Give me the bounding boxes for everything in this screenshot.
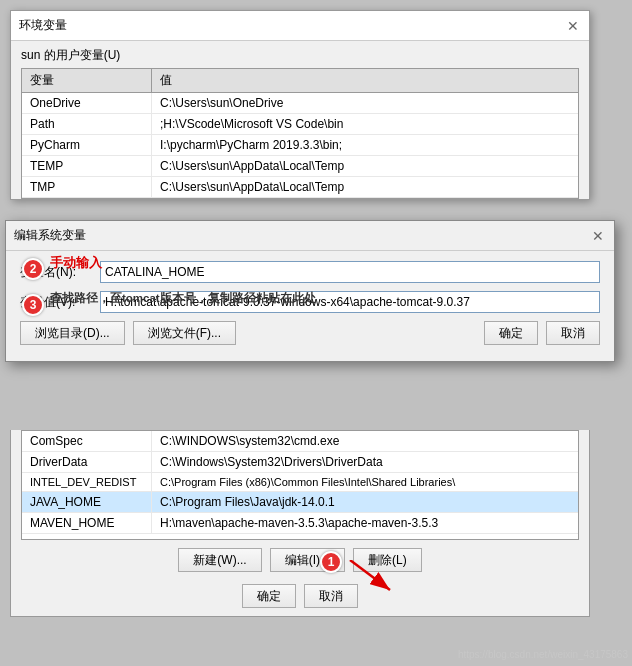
user-row-path[interactable]: Path ;H:\VScode\Microsoft VS Code\bin bbox=[22, 114, 578, 135]
sys-row-maven-var: MAVEN_HOME bbox=[22, 513, 152, 533]
browse-dir-button[interactable]: 浏览目录(D)... bbox=[20, 321, 125, 345]
watermark: https://blog.csdn.net/weixin_43175863 bbox=[458, 649, 628, 660]
env-window-title: 环境变量 bbox=[19, 17, 67, 34]
sys-row-java-home[interactable]: JAVA_HOME C:\Program Files\Java\jdk-14.0… bbox=[22, 492, 578, 513]
user-row-path-val: ;H:\VScode\Microsoft VS Code\bin bbox=[152, 114, 578, 134]
close-icon[interactable]: ✕ bbox=[565, 18, 581, 34]
annotation-step1-circle: 1 bbox=[320, 551, 342, 573]
var-name-row: 变量名(N): bbox=[20, 261, 600, 283]
env-ok-button[interactable]: 确定 bbox=[242, 584, 296, 608]
sys-row-maven[interactable]: MAVEN_HOME H:\maven\apache-maven-3.5.3\a… bbox=[22, 513, 578, 534]
table-header-row: 变量 值 bbox=[22, 69, 578, 93]
user-row-onedrive-var: OneDrive bbox=[22, 93, 152, 113]
user-row-temp-val: C:\Users\sun\AppData\Local\Temp bbox=[152, 156, 578, 176]
sys-row-intel[interactable]: INTEL_DEV_REDIST C:\Program Files (x86)\… bbox=[22, 473, 578, 492]
sys-row-driverdata-val: C:\Windows\System32\Drivers\DriverData bbox=[152, 452, 578, 472]
user-vars-table: 变量 值 OneDrive C:\Users\sun\OneDrive Path… bbox=[21, 68, 579, 199]
user-row-tmp[interactable]: TMP C:\Users\sun\AppData\Local\Temp bbox=[22, 177, 578, 198]
sys-row-intel-var: INTEL_DEV_REDIST bbox=[22, 473, 152, 491]
edit-dialog-close-icon[interactable]: ✕ bbox=[590, 228, 606, 244]
sys-row-comspec[interactable]: ComSpec C:\WINDOWS\system32\cmd.exe bbox=[22, 431, 578, 452]
new-sys-var-button[interactable]: 新建(W)... bbox=[178, 548, 261, 572]
sys-row-java-home-val: C:\Program Files\Java\jdk-14.0.1 bbox=[152, 492, 578, 512]
env-variables-window: 环境变量 ✕ sun 的用户变量(U) 变量 值 OneDrive C:\Use… bbox=[10, 10, 590, 200]
sys-row-java-home-var: JAVA_HOME bbox=[22, 492, 152, 512]
user-row-temp[interactable]: TEMP C:\Users\sun\AppData\Local\Temp bbox=[22, 156, 578, 177]
arrow-svg bbox=[340, 560, 400, 600]
browse-file-button[interactable]: 浏览文件(F)... bbox=[133, 321, 236, 345]
annotation-manual-input-label: 手动输入 bbox=[50, 254, 102, 272]
user-row-onedrive-val: C:\Users\sun\OneDrive bbox=[152, 93, 578, 113]
svg-line-1 bbox=[350, 560, 390, 590]
sys-row-driverdata[interactable]: DriverData C:\Windows\System32\Drivers\D… bbox=[22, 452, 578, 473]
annotation-find-path-label: 查找路径，至tomcat版本号，复制路径粘贴在此处 bbox=[50, 291, 316, 306]
dialog-action-buttons: 浏览目录(D)... 浏览文件(F)... 确定 取消 bbox=[20, 321, 600, 345]
edit-dialog-cancel-button[interactable]: 取消 bbox=[546, 321, 600, 345]
annotation-step3-circle: 3 bbox=[22, 294, 44, 316]
user-row-tmp-val: C:\Users\sun\AppData\Local\Temp bbox=[152, 177, 578, 197]
user-row-pycharm[interactable]: PyCharm I:\pycharm\PyCharm 2019.3.3\bin; bbox=[22, 135, 578, 156]
env-window-bottom-buttons: 确定 取消 bbox=[11, 580, 589, 616]
env-window-titlebar: 环境变量 ✕ bbox=[11, 11, 589, 41]
col-header-var: 变量 bbox=[22, 69, 152, 92]
user-row-temp-var: TEMP bbox=[22, 156, 152, 176]
edit-dialog-title: 编辑系统变量 bbox=[14, 227, 86, 244]
user-row-pycharm-val: I:\pycharm\PyCharm 2019.3.3\bin; bbox=[152, 135, 578, 155]
sys-row-comspec-var: ComSpec bbox=[22, 431, 152, 451]
user-row-path-var: Path bbox=[22, 114, 152, 134]
sys-row-driverdata-var: DriverData bbox=[22, 452, 152, 472]
edit-dialog-titlebar: 编辑系统变量 ✕ bbox=[6, 221, 614, 251]
var-name-input[interactable] bbox=[100, 261, 600, 283]
sys-vars-table: ComSpec C:\WINDOWS\system32\cmd.exe Driv… bbox=[21, 430, 579, 540]
sys-bottom-buttons: 新建(W)... 编辑(I)... 删除(L) bbox=[11, 540, 589, 580]
annotation-step2-circle: 2 bbox=[22, 258, 44, 280]
sys-row-intel-val: C:\Program Files (x86)\Common Files\Inte… bbox=[152, 473, 578, 491]
sys-vars-section: ComSpec C:\WINDOWS\system32\cmd.exe Driv… bbox=[10, 430, 590, 617]
edit-dialog-ok-button[interactable]: 确定 bbox=[484, 321, 538, 345]
sys-row-comspec-val: C:\WINDOWS\system32\cmd.exe bbox=[152, 431, 578, 451]
user-row-onedrive[interactable]: OneDrive C:\Users\sun\OneDrive bbox=[22, 93, 578, 114]
user-section-label: sun 的用户变量(U) bbox=[11, 41, 589, 68]
user-row-pycharm-var: PyCharm bbox=[22, 135, 152, 155]
col-header-val: 值 bbox=[152, 69, 578, 92]
sys-row-maven-val: H:\maven\apache-maven-3.5.3\apache-maven… bbox=[152, 513, 578, 533]
user-row-tmp-var: TMP bbox=[22, 177, 152, 197]
